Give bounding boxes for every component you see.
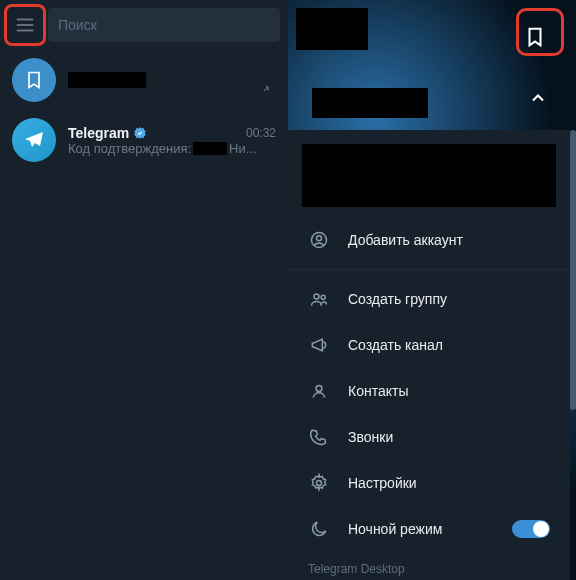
chevron-up-icon [528, 88, 548, 108]
separator [288, 269, 570, 270]
verified-icon [133, 126, 147, 140]
search-box[interactable] [48, 8, 280, 42]
menu-settings[interactable]: Настройки [288, 460, 570, 506]
svg-point-4 [317, 236, 322, 241]
svg-point-8 [317, 481, 322, 486]
chat-item-saved[interactable] [0, 50, 288, 110]
menu-new-group[interactable]: Создать группу [288, 276, 570, 322]
telegram-icon [22, 128, 46, 152]
gear-icon [308, 473, 330, 493]
menu-night-mode[interactable]: Ночной режим [288, 506, 570, 552]
redacted-profile [302, 144, 556, 207]
drawer-header [288, 0, 576, 130]
redacted-block [296, 8, 368, 50]
contact-icon [308, 381, 330, 401]
menu-button[interactable] [8, 8, 42, 42]
phone-icon [308, 427, 330, 447]
scrollbar[interactable] [570, 130, 576, 410]
drawer-menu: Добавить аккаунт Создать группу Создать … [288, 130, 570, 580]
menu-label: Добавить аккаунт [348, 232, 463, 248]
right-pane: Добавить аккаунт Создать группу Создать … [288, 0, 576, 580]
hamburger-icon [14, 14, 36, 36]
chat-text [68, 72, 276, 88]
menu-add-account[interactable]: Добавить аккаунт [288, 217, 570, 263]
chat-preview: Код подтверждения: Ни... [68, 141, 276, 156]
search-input[interactable] [58, 17, 270, 33]
preview-suffix: Ни... [229, 141, 257, 156]
redacted-title [68, 72, 146, 88]
avatar-saved [12, 58, 56, 102]
pin-icon [260, 82, 274, 100]
menu-label: Настройки [348, 475, 417, 491]
highlight-annotation [516, 8, 564, 56]
chat-list: Telegram 00:32 Код подтверждения: Ни... [0, 50, 288, 170]
menu-calls[interactable]: Звонки [288, 414, 570, 460]
left-pane: Telegram 00:32 Код подтверждения: Ни... [0, 0, 288, 580]
menu-label: Создать канал [348, 337, 443, 353]
chat-item-telegram[interactable]: Telegram 00:32 Код подтверждения: Ни... [0, 110, 288, 170]
drawer-footer: Telegram Desktop [288, 552, 570, 580]
menu-label: Контакты [348, 383, 408, 399]
chat-time: 00:32 [246, 126, 276, 140]
menu-contacts[interactable]: Контакты [288, 368, 570, 414]
chat-text: Telegram 00:32 Код подтверждения: Ни... [68, 125, 276, 156]
topbar [0, 0, 288, 50]
collapse-button[interactable] [528, 88, 548, 112]
group-icon [308, 289, 330, 309]
menu-button-wrap [8, 8, 42, 42]
menu-label: Ночной режим [348, 521, 442, 537]
menu-label: Создать группу [348, 291, 447, 307]
night-mode-toggle[interactable] [512, 520, 550, 538]
preview-prefix: Код подтверждения: [68, 141, 191, 156]
svg-point-6 [321, 295, 325, 299]
chat-title: Telegram [68, 125, 129, 141]
svg-point-7 [316, 386, 322, 392]
avatar-telegram [12, 118, 56, 162]
redacted-name [312, 88, 428, 118]
megaphone-icon [308, 335, 330, 355]
svg-point-5 [314, 294, 319, 299]
user-circle-icon [308, 230, 330, 250]
moon-icon [308, 519, 330, 539]
menu-label: Звонки [348, 429, 393, 445]
menu-new-channel[interactable]: Создать канал [288, 322, 570, 368]
redacted-code [193, 142, 227, 155]
bookmark-icon [24, 68, 44, 92]
